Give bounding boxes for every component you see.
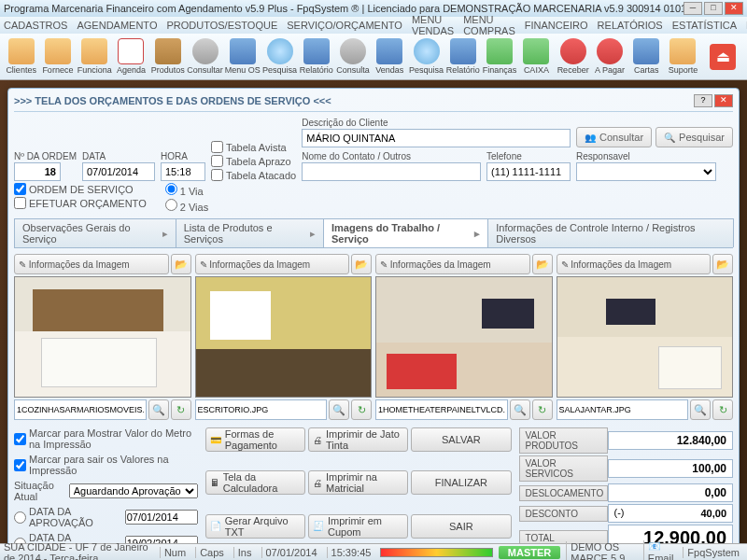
toolbar-agenda[interactable]: Agenda xyxy=(114,35,148,78)
contato-label: Nome do Contato / Outros xyxy=(302,151,481,161)
responsavel-select[interactable] xyxy=(576,162,716,181)
order-input[interactable] xyxy=(14,162,61,181)
matricial-button[interactable]: 🖨 Imprimir na Matricial xyxy=(308,470,408,495)
img-zoom-button-2[interactable]: 🔍 xyxy=(510,399,530,420)
via1-radio[interactable] xyxy=(165,183,177,195)
menu-agendamento[interactable]: AGENDAMENTO xyxy=(77,20,157,31)
tab-aprazo-check[interactable] xyxy=(211,155,223,167)
toolbar-pesquisa[interactable]: Pesquisa xyxy=(409,35,444,78)
status-caps: Caps xyxy=(195,547,228,558)
toolbar-clientes[interactable]: Clientes xyxy=(4,35,38,78)
img-info-button-3[interactable]: ✎ Informações da Imagem xyxy=(557,254,712,274)
img-zoom-button-1[interactable]: 🔍 xyxy=(329,399,349,420)
toolbar-consultar[interactable]: Consultar xyxy=(187,35,223,78)
os-check[interactable] xyxy=(14,183,26,195)
contato-input[interactable] xyxy=(302,162,481,181)
toolbar-finanças[interactable]: Finanças xyxy=(482,35,516,78)
toolbar-cartas[interactable]: Cartas xyxy=(629,35,664,78)
data-input[interactable] xyxy=(82,162,155,181)
img-open-button-3[interactable]: 📂 xyxy=(712,254,733,274)
statusbar: SUA CIDADE - UF 7 de Janeiro de 2014 - T… xyxy=(0,543,747,560)
toolbar-produtos[interactable]: Produtos xyxy=(150,35,185,78)
tab-observacoes[interactable]: Observações Gerais do Serviço▸ xyxy=(14,218,176,247)
toolbar-receber[interactable]: Receber xyxy=(556,35,590,78)
toolbar-vendas[interactable]: Vendas xyxy=(373,35,407,78)
toolbar-pesquisa[interactable]: Pesquisa xyxy=(262,35,297,78)
toolbar-exit[interactable]: ⏏ xyxy=(702,35,743,78)
menu-vendas[interactable]: MENU VENDAS xyxy=(412,14,454,36)
img-open-button-1[interactable]: 📂 xyxy=(351,254,372,274)
window-help-button[interactable]: ? xyxy=(694,94,712,107)
hora-input[interactable] xyxy=(161,162,205,181)
menu-estatistica[interactable]: ESTATÍSTICA xyxy=(672,20,737,31)
jato-button[interactable]: 🖨 Imprimir de Jato Tinta xyxy=(308,427,408,452)
tab-atacado-check[interactable] xyxy=(211,169,223,181)
toolbar-relatório[interactable]: Relatório xyxy=(299,35,333,78)
status-fpq[interactable]: FpqSystem xyxy=(683,547,743,558)
toolbar-caixa[interactable]: CAIXA xyxy=(519,35,554,78)
img-filename-2[interactable] xyxy=(375,399,508,420)
tab-avista-check[interactable] xyxy=(211,141,223,153)
close-button[interactable]: ✕ xyxy=(725,2,743,15)
orc-check[interactable] xyxy=(14,197,26,209)
toolbar: ClientesForneceFuncionaAgendaProdutosCon… xyxy=(0,34,747,80)
img-refresh-button-2[interactable]: ↻ xyxy=(532,399,553,420)
consultar-button[interactable]: 👥 Consultar xyxy=(576,127,652,147)
formas-button[interactable]: 💳 Formas de Pagamento xyxy=(205,427,305,452)
img-filename-0[interactable] xyxy=(14,399,147,420)
tab-produtos[interactable]: Lista de Produtos e Serviços▸ xyxy=(176,218,324,247)
chk-metro[interactable] xyxy=(14,433,26,445)
menu-financeiro[interactable]: FINANCEIRO xyxy=(525,20,588,31)
img-info-button-0[interactable]: ✎ Informações da Imagem xyxy=(14,254,169,274)
img-info-button-2[interactable]: ✎ Informações da Imagem xyxy=(375,254,530,274)
finalizar-button[interactable]: FINALIZAR xyxy=(411,470,511,495)
toolbar-fornece[interactable]: Fornece xyxy=(40,35,75,78)
order-label: Nº DA ORDEM xyxy=(14,151,77,161)
toolbar-suporte[interactable]: Suporte xyxy=(666,35,700,78)
minimize-button[interactable]: ─ xyxy=(684,2,702,15)
via2-radio[interactable] xyxy=(165,199,177,211)
img-filename-1[interactable] xyxy=(195,399,328,420)
cliente-input[interactable] xyxy=(302,129,571,147)
img-open-button-2[interactable]: 📂 xyxy=(532,254,553,274)
data-label: DATA xyxy=(82,151,155,161)
toolbar-relatório[interactable]: Relatório xyxy=(445,35,480,78)
img-zoom-button-0[interactable]: 🔍 xyxy=(148,399,169,420)
pesquisar-button[interactable]: 🔍 Pesquisar xyxy=(655,127,733,147)
img-open-button-0[interactable]: 📂 xyxy=(171,254,191,274)
menu-produtos[interactable]: PRODUTOS/ESTOQUE xyxy=(166,20,277,31)
desc-val: (-)40,00 xyxy=(608,504,733,523)
telefone-input[interactable] xyxy=(486,162,571,181)
txt-button[interactable]: 📄 Gerar Arquivo TXT xyxy=(205,514,305,539)
sair-button[interactable]: SAIR xyxy=(411,514,511,539)
img-info-button-1[interactable]: ✎ Informações da Imagem xyxy=(195,254,350,274)
data-aprov-input[interactable] xyxy=(125,510,198,525)
salvar-button[interactable]: SALVAR xyxy=(411,427,511,452)
serv-label: VALOR SERVICOS xyxy=(519,455,608,482)
menu-cadastros[interactable]: CADASTROS xyxy=(4,20,67,31)
img-filename-3[interactable] xyxy=(557,399,689,420)
situacao-select[interactable]: Aguardando Aprovação xyxy=(69,483,198,498)
toolbar-funciona[interactable]: Funciona xyxy=(78,35,112,78)
tab-imagens[interactable]: Imagens do Trabalho / Serviço▸ xyxy=(323,218,488,247)
toolbar-a pagar[interactable]: A Pagar xyxy=(592,35,627,78)
status-email[interactable]: 📧 Email xyxy=(643,540,678,560)
chk-valores[interactable] xyxy=(14,459,26,471)
maximize-button[interactable]: □ xyxy=(704,2,723,15)
serv-val: 100,00 xyxy=(608,459,733,478)
img-refresh-button-1[interactable]: ↻ xyxy=(351,399,372,420)
toolbar-consulta[interactable]: Consulta xyxy=(335,35,370,78)
data-aprov-radio[interactable] xyxy=(14,511,26,524)
menu-relatorios[interactable]: RELATÓRIOS xyxy=(598,20,663,31)
img-zoom-button-3[interactable]: 🔍 xyxy=(690,399,711,420)
window-close-button[interactable]: ✕ xyxy=(714,94,733,107)
calc-button[interactable]: 🖩 Tela da Calculadora xyxy=(205,470,305,495)
tab-controle[interactable]: Informações de Controle Interno / Regist… xyxy=(487,218,734,247)
img-refresh-button-0[interactable]: ↻ xyxy=(171,399,191,420)
menu-compras[interactable]: MENU COMPRAS xyxy=(463,14,515,36)
cupom-button[interactable]: 🧾 Imprimir em Cupom xyxy=(308,514,408,539)
toolbar-menu os[interactable]: Menu OS xyxy=(225,35,261,78)
menu-servico[interactable]: SERVIÇO/ORÇAMENTO xyxy=(287,20,402,31)
img-refresh-button-3[interactable]: ↻ xyxy=(712,399,733,420)
image-preview-1 xyxy=(195,276,373,398)
